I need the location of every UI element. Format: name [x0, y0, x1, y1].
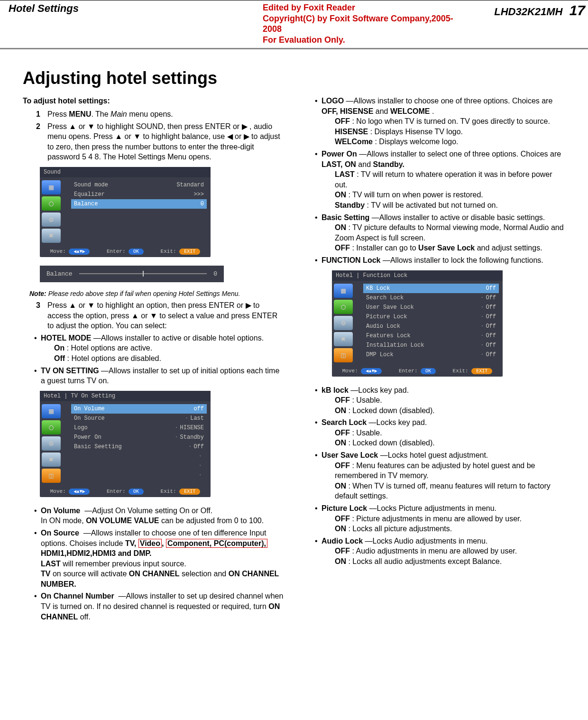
balance-slider-osd: Balance 0: [40, 266, 224, 282]
slider-track: [79, 273, 207, 274]
opt-hotel-mode: HOTEL MODE —Allows installer to active o…: [34, 333, 285, 364]
tab-picture-icon: ▦: [42, 180, 61, 194]
osd-row: Search Lock·Off: [363, 293, 499, 303]
osd-row-selected: KB LockOff: [363, 284, 499, 293]
osd-row: Installation Lock·Off: [363, 341, 499, 350]
move-icon: ◀▲▼▶: [361, 368, 382, 374]
osd-row: Power On·Standby: [71, 433, 207, 442]
tab-setup-icon: ⚙: [334, 316, 353, 330]
osd-function-lock: Hotel | Function Lock ▦ ◯ ⚙ ✖ ◫ KB LockO…: [332, 270, 503, 377]
opt-audio-lock: Audio Lock —Locks Audio adjustments in m…: [315, 536, 565, 567]
osd-footer: Move: ◀▲▼▶ Enter: OK Exit: EXIT: [40, 486, 211, 497]
move-icon: ◀▲▼▶: [69, 249, 90, 255]
intro: To adjust hotel settings:: [23, 97, 285, 105]
tab-hotel-icon: ◫: [334, 348, 353, 362]
tab-setup-icon: ⚙: [42, 212, 61, 227]
tab-sound-icon: ◯: [42, 420, 61, 434]
osd-tv-on-setting: Hotel | TV On Setting ▦ ◯ ⚙ ✖ ◫ On Volum…: [40, 391, 211, 497]
opt-basic-setting: Basic Setting —Allows installer to activ…: [315, 212, 565, 253]
opt-search-lock: Search Lock —Locks key pad. OFF : Usable…: [315, 417, 565, 448]
osd-row: ·: [71, 461, 207, 471]
move-icon: ◀▲▼▶: [69, 489, 90, 495]
ok-button: OK: [129, 249, 144, 255]
tab-setup-icon: ⚙: [42, 436, 61, 451]
opt-power-on: Power On —Allows installer to select one…: [315, 149, 565, 211]
opt-function-lock: FUNCTION Lock —Allows installer to lock …: [315, 255, 565, 266]
step-3: 3Press ▲ or ▼ to highlight an option, th…: [36, 300, 285, 331]
osd-row: Logo·HISENSE: [71, 423, 207, 433]
tab-tools-icon: ✖: [42, 452, 61, 467]
tab-tools-icon: ✖: [334, 332, 353, 346]
ok-button: OK: [421, 368, 436, 374]
osd-row-selected: Balance0: [71, 199, 207, 209]
osd-row: Sound modeStandard: [71, 180, 207, 190]
page-title: Adjusting hotel settings: [23, 68, 565, 88]
opt-tv-on-setting: TV ON SETTING —Allows installer to set u…: [34, 366, 285, 386]
osd-row: On Source·Last: [71, 414, 207, 423]
osd-sound-menu: Sound ▦ ◯ ⚙ ✖ Sound modeStandard Equaliz…: [40, 167, 211, 257]
note: Note: Please redo above step if fail whe…: [29, 290, 285, 297]
osd-footer: Move: ◀▲▼▶ Enter: OK Exit: EXIT: [332, 365, 503, 377]
opt-on-source: On Source —Allows installer to choose on…: [34, 528, 285, 590]
exit-button: EXIT: [179, 249, 200, 255]
osd-row: Features Lock·Off: [363, 331, 499, 341]
header-model-page: LHD32K21MH 17: [462, 2, 588, 18]
step-2: 2Press ▲ or ▼ to highlight SOUND, then p…: [36, 121, 285, 162]
opt-on-channel: On Channel Number —Allows installer to s…: [34, 591, 285, 622]
osd-row: DMP Lock·Off: [363, 350, 499, 360]
exit-button: EXIT: [471, 368, 492, 374]
osd-row: User Save Lock·Off: [363, 303, 499, 312]
exit-button: EXIT: [179, 489, 200, 495]
opt-picture-lock: Picture Lock —Locks Picture adjustments …: [315, 503, 565, 534]
osd-row: Equalizer>>>: [71, 190, 207, 199]
osd-row: Audio Lock·Off: [363, 322, 499, 331]
tab-sound-icon: ◯: [42, 196, 61, 211]
osd-row: ·: [71, 471, 207, 480]
page-number: 17: [570, 2, 585, 18]
osd-row: Basic Seetting·Off: [71, 442, 207, 452]
ok-button: OK: [129, 489, 144, 495]
tab-picture-icon: ▦: [334, 284, 353, 298]
opt-logo: LOGO —Allows installer to choose one of …: [315, 96, 565, 147]
osd-row-selected: On Volumeoff: [71, 404, 207, 414]
osd-footer: Move: ◀▲▼▶ Enter: OK Exit: EXIT: [40, 246, 211, 257]
header-section: Hotel Settings: [0, 2, 263, 15]
foxit-watermark: Edited by Foxit Reader Copyright(C) by F…: [263, 2, 462, 45]
opt-user-save-lock: User Save Lock —Locks hotel guest adjust…: [315, 450, 565, 501]
tab-tools-icon: ✖: [42, 229, 61, 243]
opt-on-volume: On Volume —Adjust On Volume setting On o…: [34, 506, 285, 526]
opt-kb-lock: kB lock —Locks key pad. OFF : Usable. ON…: [315, 385, 565, 416]
tab-hotel-icon: ◫: [42, 469, 61, 483]
osd-row: ·: [71, 452, 207, 461]
tab-picture-icon: ▦: [42, 404, 61, 418]
tab-sound-icon: ◯: [334, 300, 353, 314]
osd-row: Picture Lock·Off: [363, 312, 499, 322]
step-1: 1Press MENU. The Main menu opens.: [36, 109, 285, 120]
